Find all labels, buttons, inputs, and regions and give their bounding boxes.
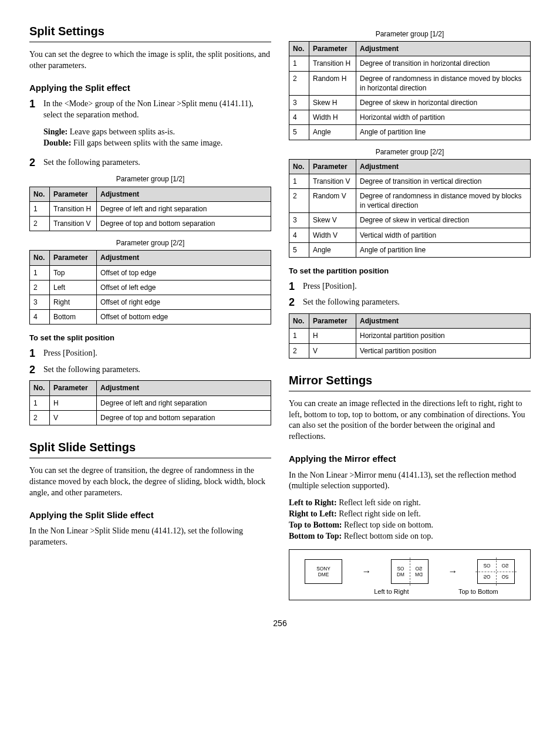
step-number: 1: [29, 348, 43, 360]
step-text: Set the following parameters.: [43, 364, 271, 376]
applying-split-slide-heading: Applying the Split Slide effect: [29, 509, 271, 521]
table-row: 2Transition VDegree of top and bottom se…: [30, 216, 271, 231]
mirror-box-tb: SO SO SOSO: [477, 559, 515, 584]
mirror-box-lr: SODM SODM: [391, 559, 429, 584]
svg-text:SO: SO: [501, 574, 509, 579]
partition-position-heading: To set the partition position: [289, 266, 531, 276]
th-adj: Adjustment: [356, 42, 531, 56]
th-param: Parameter: [50, 381, 97, 396]
mirror-box-original: SONYDME: [305, 559, 342, 584]
th-adj: Adjustment: [97, 187, 271, 201]
rl-label: Right to Left:: [289, 509, 337, 518]
bt-text: Reflect bottom side on top.: [342, 532, 433, 540]
step-text: Press [Position].: [303, 281, 531, 292]
mirror-text-icon: SONYDME: [305, 559, 342, 583]
single-label: Single:: [43, 127, 68, 136]
th-adj: Adjustment: [356, 314, 531, 329]
step-text: In the <Mode> group of the Non Linear >S…: [43, 99, 271, 121]
table-row: 1TopOffset of top edge: [30, 265, 271, 280]
split-settings-heading: Split Settings: [29, 23, 271, 42]
table-row: 3Skew VDegree of skew in vertical direct…: [289, 213, 531, 228]
page-number: 256: [29, 618, 531, 629]
table-row: 4BottomOffset of bottom edge: [30, 310, 271, 325]
th-no: No.: [289, 159, 309, 174]
diagram-label-lr: Left to Right: [374, 587, 409, 596]
table-caption: Parameter group [2/2]: [289, 147, 531, 157]
table-row: 3RightOffset of right edge: [30, 295, 271, 309]
th-no: No.: [289, 314, 309, 329]
table-row: 3Skew HDegree of skew in horizontal dire…: [289, 95, 531, 110]
th-adj: Adjustment: [97, 381, 271, 396]
svg-text:SO: SO: [484, 564, 491, 569]
svg-text:SO: SO: [415, 566, 423, 572]
svg-text:DM: DM: [415, 572, 423, 577]
svg-text:SO: SO: [484, 574, 491, 579]
arrow-right-icon: →: [448, 565, 458, 578]
th-param: Parameter: [309, 159, 356, 174]
split-position-heading: To set the split position: [29, 333, 271, 343]
lr-text: Reflect left side on right.: [337, 498, 421, 507]
th-no: No.: [30, 251, 50, 265]
table-row: 2Random HDegree of randomness in distanc…: [289, 71, 531, 95]
table-caption: Parameter group [1/2]: [29, 174, 271, 184]
svg-text:DME: DME: [318, 572, 329, 577]
applying-split-heading: Applying the Split effect: [29, 82, 271, 94]
table-row: 4Width VVertical width of partition: [289, 228, 531, 242]
step-number: 2: [29, 364, 43, 376]
partition-position-table: No. Parameter Adjustment 1HHorizontal pa…: [289, 313, 531, 359]
table-row: 1HHorizontal partition position: [289, 329, 531, 343]
th-param: Parameter: [50, 251, 97, 265]
th-no: No.: [30, 187, 50, 201]
split-slide-heading: Split Slide Settings: [29, 440, 271, 458]
table-row: 1Transition HDegree of left and right se…: [30, 201, 271, 216]
table-row: 2VDegree of top and bottom separation: [30, 410, 271, 425]
lr-label: Left to Right:: [289, 498, 337, 507]
mirror-intro: You can create an image reflected in the…: [289, 398, 531, 443]
table-row: 2LeftOffset of left edge: [30, 280, 271, 295]
table-row: 1Transition HDegree of transition in hor…: [289, 56, 531, 71]
split-param-group1-table: No. Parameter Adjustment 1Transition HDe…: [29, 187, 271, 232]
table-row: 1HDegree of left and right separation: [30, 396, 271, 410]
rl-text: Reflect right side on left.: [337, 509, 421, 518]
slide-param-group1-table: No. Parameter Adjustment 1Transition HDe…: [289, 41, 531, 140]
table-row: 2VVertical partition position: [289, 343, 531, 358]
applying-split-slide-text: In the Non Linear >Split Slide menu (414…: [29, 526, 271, 548]
arrow-right-icon: →: [362, 565, 371, 578]
svg-text:DM: DM: [397, 572, 404, 577]
step-text: Set the following parameters.: [43, 157, 271, 168]
table-row: 1Transition VDegree of transition in ver…: [289, 174, 531, 188]
table-row: 5AngleAngle of partition line: [289, 242, 531, 257]
double-text: Fill gaps between splits with the same i…: [71, 138, 222, 147]
table-row: 5AngleAngle of partition line: [289, 125, 531, 140]
split-slide-intro: You can set the degree of transition, th…: [29, 465, 271, 499]
step-text: Press [Position].: [43, 348, 271, 359]
slide-param-group2-table: No. Parameter Adjustment 1Transition VDe…: [289, 159, 531, 258]
tb-label: Top to Bottom:: [289, 521, 342, 529]
mirror-text-icon: SO SO SOSO: [478, 559, 514, 583]
svg-text:SO: SO: [501, 564, 509, 569]
table-row: 2Random VDegree of randomness in distanc…: [289, 189, 531, 213]
applying-mirror-text: In the Non Linear >Mirror menu (4141.13)…: [289, 470, 531, 492]
split-param-group2-table: No. Parameter Adjustment 1TopOffset of t…: [29, 250, 271, 325]
applying-mirror-heading: Applying the Mirror effect: [289, 453, 531, 465]
step-number: 2: [289, 297, 303, 309]
step-number: 1: [289, 281, 303, 293]
th-adj: Adjustment: [97, 251, 271, 265]
mirror-text-icon: SODM SODM: [392, 559, 428, 583]
svg-text:SONY: SONY: [316, 566, 330, 572]
th-no: No.: [30, 381, 50, 396]
th-param: Parameter: [50, 187, 97, 201]
table-caption: Parameter group [1/2]: [289, 29, 531, 39]
th-param: Parameter: [309, 314, 356, 329]
svg-text:SO: SO: [397, 566, 405, 572]
th-param: Parameter: [309, 42, 356, 56]
split-position-table: No. Parameter Adjustment 1HDegree of lef…: [29, 380, 271, 425]
single-text: Leave gaps between splits as-is.: [68, 127, 175, 136]
tb-text: Reflect top side on bottom.: [342, 521, 434, 529]
th-no: No.: [289, 42, 309, 56]
table-caption: Parameter group [2/2]: [29, 238, 271, 248]
step-number: 1: [29, 99, 43, 110]
bt-label: Bottom to Top:: [289, 532, 342, 540]
mirror-settings-heading: Mirror Settings: [289, 373, 531, 391]
mirror-diagram: SONYDME → SODM SODM → SO SO SOSO: [289, 549, 531, 600]
